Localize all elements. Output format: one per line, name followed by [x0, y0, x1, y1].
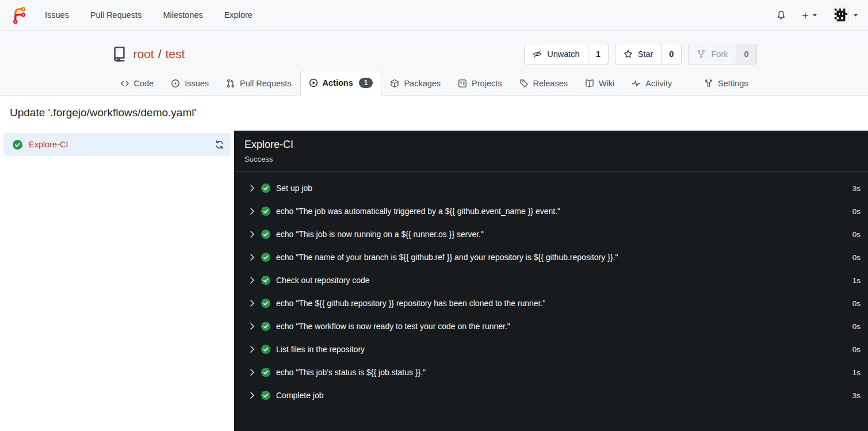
- chevron-right-icon[interactable]: [249, 231, 255, 238]
- step-row[interactable]: echo "This job is now running on a ${{ r…: [234, 223, 868, 246]
- step-success-icon: [261, 184, 270, 193]
- step-row[interactable]: echo "The workflow is now ready to test …: [234, 315, 868, 338]
- stars-count[interactable]: 0: [661, 44, 681, 64]
- pulse-icon: [632, 79, 641, 88]
- create-new-dropdown[interactable]: +: [802, 9, 817, 21]
- tab-releases[interactable]: Releases: [511, 72, 576, 95]
- chevron-right-icon[interactable]: [249, 277, 255, 284]
- nav-item-pull-requests[interactable]: Pull Requests: [90, 10, 142, 20]
- tab-label: Releases: [533, 79, 568, 88]
- step-duration: 3s: [852, 391, 861, 400]
- chevron-right-icon[interactable]: [249, 392, 255, 399]
- step-name: echo "The ${{ github.repository }} repos…: [276, 299, 545, 308]
- step-name: Complete job: [276, 391, 324, 400]
- step-name: echo "This job's status is ${{ job.statu…: [276, 368, 426, 377]
- fork-label: Fork: [711, 49, 728, 59]
- tab-label: Actions: [323, 78, 353, 87]
- issue-circle-icon: [171, 79, 180, 88]
- run-job-title: Explore-CI: [244, 139, 858, 151]
- eye-slash-icon: [533, 49, 542, 59]
- jobs-sidebar: Explore-CI: [0, 131, 234, 431]
- notifications-button[interactable]: [776, 10, 786, 21]
- chevron-right-icon[interactable]: [249, 254, 255, 261]
- book-open-icon: [585, 79, 594, 88]
- step-name: echo "The workflow is now ready to test …: [276, 322, 510, 331]
- chevron-right-icon[interactable]: [249, 369, 255, 376]
- tag-icon: [519, 79, 529, 88]
- code-icon: [120, 79, 129, 88]
- tab-label: Pull Requests: [240, 79, 291, 88]
- repo-name-link[interactable]: test: [166, 47, 185, 61]
- star-icon: [624, 49, 633, 59]
- forgejo-logo[interactable]: [10, 6, 28, 24]
- step-success-icon: [261, 207, 270, 216]
- step-row[interactable]: echo "The name of your branch is ${{ git…: [234, 246, 868, 269]
- tab-packages[interactable]: Packages: [381, 72, 449, 95]
- step-duration: 0s: [852, 207, 861, 216]
- watchers-count[interactable]: 1: [588, 44, 608, 64]
- tab-wiki[interactable]: Wiki: [576, 72, 623, 95]
- job-item-explore-ci[interactable]: Explore-CI: [3, 133, 231, 156]
- success-check-icon: [13, 140, 22, 150]
- forgejo-logo-icon: [10, 6, 28, 24]
- navbar-right: +: [776, 7, 858, 23]
- forks-count[interactable]: 0: [736, 44, 756, 64]
- plus-icon: +: [802, 9, 809, 21]
- user-menu-dropdown[interactable]: [833, 7, 858, 23]
- step-row[interactable]: Set up job 3s: [234, 177, 868, 200]
- step-duration: 0s: [852, 322, 861, 331]
- step-row[interactable]: Complete job 3s: [234, 384, 868, 407]
- chevron-right-icon[interactable]: [249, 208, 255, 215]
- repo-title-row: root / test Unwatch 1: [112, 41, 757, 67]
- tab-label: Wiki: [599, 79, 614, 88]
- step-row[interactable]: echo "The ${{ github.repository }} repos…: [234, 292, 868, 315]
- step-success-icon: [261, 391, 270, 400]
- tab-code[interactable]: Code: [112, 72, 163, 95]
- star-button[interactable]: Star: [615, 44, 661, 64]
- tab-pull-requests[interactable]: Pull Requests: [217, 72, 300, 95]
- step-duration: 0s: [852, 230, 861, 239]
- repo-tabs: Code Issues Pull Requests Actions: [112, 71, 757, 95]
- tab-projects[interactable]: Projects: [449, 72, 510, 95]
- tab-activity[interactable]: Activity: [623, 72, 680, 95]
- step-duration: 0s: [852, 299, 861, 308]
- step-row[interactable]: Check out repository code 1s: [234, 269, 868, 292]
- forgejo-app: Issues Pull Requests Milestones Explore …: [0, 0, 868, 431]
- run-main: Explore-CI Explore-CI Success: [0, 131, 868, 431]
- pull-request-icon: [226, 79, 235, 88]
- step-name: echo "This job is now running on a ${{ r…: [276, 230, 484, 239]
- star-label: Star: [638, 49, 653, 59]
- run-status-text: Success: [244, 155, 858, 163]
- unwatch-button[interactable]: Unwatch: [525, 44, 587, 64]
- step-duration: 1s: [852, 276, 861, 285]
- step-row[interactable]: echo "The job was automatically triggere…: [234, 200, 868, 223]
- nav-item-milestones[interactable]: Milestones: [163, 10, 202, 20]
- actions-count-badge: 1: [359, 78, 373, 88]
- step-duration: 3s: [852, 184, 861, 193]
- nav-item-issues[interactable]: Issues: [45, 10, 69, 20]
- step-success-icon: [261, 276, 270, 285]
- bell-icon: [776, 10, 786, 21]
- unwatch-label: Unwatch: [547, 49, 579, 59]
- chevron-right-icon[interactable]: [249, 185, 255, 192]
- tab-issues[interactable]: Issues: [162, 72, 217, 95]
- refresh-job-button[interactable]: [215, 140, 224, 150]
- chevron-right-icon[interactable]: [249, 323, 255, 330]
- chevron-right-icon[interactable]: [249, 346, 255, 353]
- tab-settings[interactable]: Settings: [695, 72, 756, 95]
- chevron-right-icon[interactable]: [249, 300, 255, 307]
- step-row[interactable]: List files in the repository 0s: [234, 338, 868, 361]
- step-success-icon: [261, 368, 270, 377]
- fork-button[interactable]: Fork: [689, 44, 736, 64]
- repo-action-buttons: Unwatch 1 Star 0: [524, 44, 756, 64]
- run-log-panel: Explore-CI Success Set up job 3s echo "T…: [234, 131, 868, 431]
- step-success-icon: [261, 345, 270, 354]
- star-button-group: Star 0: [615, 44, 682, 64]
- step-success-icon: [261, 230, 270, 239]
- repo-owner-link[interactable]: root: [133, 47, 154, 61]
- play-circle-icon: [309, 78, 318, 87]
- step-name: echo "The job was automatically triggere…: [276, 207, 560, 216]
- step-row[interactable]: echo "This job's status is ${{ job.statu…: [234, 361, 868, 384]
- nav-item-explore[interactable]: Explore: [224, 10, 253, 20]
- tab-actions[interactable]: Actions 1: [300, 71, 382, 95]
